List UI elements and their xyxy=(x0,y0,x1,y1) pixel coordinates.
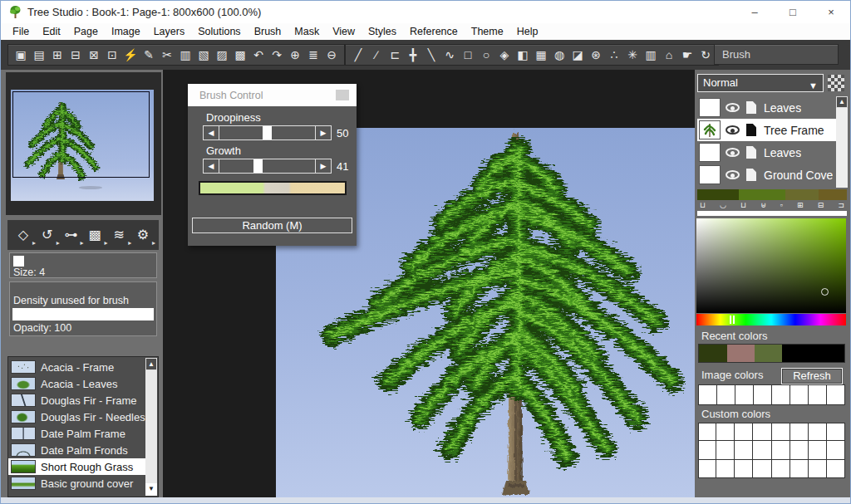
pattern-tool-icon[interactable]: ▦ xyxy=(532,45,550,65)
custom-color-cell[interactable] xyxy=(790,460,809,478)
brush-list-item[interactable]: Douglas Fir - Needles xyxy=(8,409,148,425)
paste-icon[interactable]: ▧ xyxy=(194,45,213,65)
image-color-cell[interactable] xyxy=(827,384,845,405)
scroll-up-icon[interactable]: ▲ xyxy=(836,96,848,108)
book-view-icon[interactable]: ▤ xyxy=(30,45,48,65)
layer-row[interactable]: Leaves xyxy=(697,96,848,119)
dialog-close-button[interactable] xyxy=(336,90,349,100)
redo-icon[interactable]: ↷ xyxy=(268,45,286,65)
brush-list-scrollbar[interactable]: ▲ ▼ xyxy=(145,358,157,496)
custom-color-cell[interactable] xyxy=(716,441,735,459)
save-icon[interactable]: ▣ xyxy=(12,45,30,65)
slider-thumb[interactable] xyxy=(253,159,263,173)
custom-color-cell[interactable] xyxy=(790,441,809,459)
rectangle-tool-icon[interactable]: □ xyxy=(459,45,477,65)
custom-color-cell[interactable] xyxy=(698,441,716,459)
brush-list-item[interactable]: Date Palm Fronds xyxy=(8,442,148,458)
pattern-tools-icon[interactable]: ▩▸ xyxy=(85,224,105,246)
copy-special-icon[interactable]: ▨ xyxy=(213,45,231,65)
layer-row[interactable]: Ground Cove xyxy=(697,164,848,186)
growth-slider[interactable]: ◀ ▶ xyxy=(203,159,332,174)
custom-color-cell[interactable] xyxy=(790,423,809,441)
fill-tool-icon[interactable]: ◈ xyxy=(495,45,514,65)
slider-right-arrow-icon[interactable]: ▶ xyxy=(315,126,331,139)
custom-color-cell[interactable] xyxy=(716,423,735,441)
menu-item-layers[interactable]: Layers xyxy=(147,26,192,37)
layer-op-icon[interactable]: ◡ xyxy=(720,201,726,210)
image-color-cell[interactable] xyxy=(809,384,827,405)
ellipse-tool-icon[interactable]: ○ xyxy=(477,45,495,65)
scroll-down-icon[interactable]: ▼ xyxy=(145,483,157,496)
visibility-eye-icon[interactable] xyxy=(726,170,740,179)
image-color-cell[interactable] xyxy=(772,384,790,405)
custom-color-cell[interactable] xyxy=(735,441,753,459)
slider-left-arrow-icon[interactable]: ◀ xyxy=(204,159,219,173)
line-tool-icon[interactable]: ╲ xyxy=(422,45,440,65)
visibility-eye-icon[interactable] xyxy=(726,125,740,135)
layer-row[interactable]: Leaves xyxy=(697,141,848,164)
menu-item-reference[interactable]: Reference xyxy=(403,26,465,37)
layer-op-icon[interactable]: ⊔ xyxy=(700,201,706,210)
zoom-out-icon[interactable]: ⊖ xyxy=(322,45,341,65)
layer-row-selected[interactable]: Tree Frame xyxy=(697,119,848,141)
custom-color-cell[interactable] xyxy=(735,460,753,478)
menu-item-page[interactable]: Page xyxy=(67,26,105,37)
brush-list-item[interactable]: Acacia - Leaves xyxy=(8,375,148,392)
image-color-cell[interactable] xyxy=(754,384,772,405)
slider-track[interactable] xyxy=(219,126,315,139)
zoom-in-icon[interactable]: ⊕ xyxy=(286,45,304,65)
layer-op-icon[interactable]: ⊎ xyxy=(760,201,766,210)
image-color-cell[interactable] xyxy=(717,384,735,405)
brush-size-swatch[interactable] xyxy=(13,256,24,267)
gradient-tool-icon[interactable]: ◧ xyxy=(514,45,532,65)
menu-item-solutions[interactable]: Solutions xyxy=(191,26,247,37)
cut-icon[interactable]: ✂ xyxy=(158,45,176,65)
minimize-button[interactable]: – xyxy=(735,1,774,23)
layer-op-icon[interactable]: ⊟ xyxy=(818,201,824,210)
hue-marker[interactable] xyxy=(730,316,735,324)
custom-color-cell[interactable] xyxy=(753,423,771,441)
move-tool-icon[interactable]: ╋ xyxy=(404,45,422,65)
menu-item-mask[interactable]: Mask xyxy=(288,26,326,37)
custom-color-cell[interactable] xyxy=(753,441,771,459)
curve-tool-icon[interactable]: ∿ xyxy=(440,45,459,65)
settings-tools-icon[interactable]: ⚙▸ xyxy=(133,224,153,246)
custom-color-cell[interactable] xyxy=(772,441,790,459)
export-tool-icon[interactable]: ⌂ xyxy=(660,45,678,65)
slider-left-arrow-icon[interactable]: ◀ xyxy=(204,126,219,139)
duplicate-tool-icon[interactable]: ▥ xyxy=(642,45,660,65)
droopiness-slider[interactable]: ◀ ▶ xyxy=(203,125,332,140)
brush-list-item[interactable]: Basic ground cover xyxy=(8,475,148,492)
slider-thumb[interactable] xyxy=(263,126,272,139)
menu-item-file[interactable]: File xyxy=(6,26,36,37)
brush-list-item-selected[interactable]: Short Rough Grass xyxy=(8,458,148,475)
undo-icon[interactable]: ↶ xyxy=(249,45,268,65)
recent-color-swatch[interactable] xyxy=(782,345,844,362)
slider-track[interactable] xyxy=(219,159,315,173)
brush-list-item[interactable]: Date Palm Frame xyxy=(8,425,148,442)
refresh-button[interactable]: Refresh xyxy=(781,368,843,384)
image-color-cell[interactable] xyxy=(698,384,717,405)
prev-page-icon[interactable]: ⊟ xyxy=(66,45,85,65)
layers-scrollbar[interactable]: ▲ xyxy=(836,96,848,188)
rotate-tools-icon[interactable]: ↺▸ xyxy=(37,224,57,246)
random-button[interactable]: Random (M) xyxy=(192,218,352,233)
sv-marker[interactable] xyxy=(821,288,829,296)
navigator-thumbnail[interactable] xyxy=(11,90,154,201)
custom-color-cell[interactable] xyxy=(772,460,790,478)
visibility-eye-icon[interactable] xyxy=(726,103,740,112)
menu-item-view[interactable]: View xyxy=(326,26,362,37)
menu-item-image[interactable]: Image xyxy=(105,26,147,37)
layer-op-icon[interactable]: ⊔ xyxy=(740,201,746,210)
paste-special-icon[interactable]: ▩ xyxy=(231,45,249,65)
custom-color-cell[interactable] xyxy=(809,460,827,478)
custom-color-cell[interactable] xyxy=(698,460,716,478)
pan-tool-icon[interactable]: ☛ xyxy=(678,45,696,65)
custom-color-cell[interactable] xyxy=(809,441,827,459)
maximize-button[interactable]: □ xyxy=(774,1,812,23)
eyedropper-tool-icon[interactable]: ∕ xyxy=(367,45,386,65)
menu-item-brush[interactable]: Brush xyxy=(248,26,288,37)
crop-tool-icon[interactable]: ⊏ xyxy=(386,45,404,65)
scroll-up-icon[interactable]: ▲ xyxy=(145,358,157,370)
transparency-checker-icon[interactable] xyxy=(828,75,844,91)
